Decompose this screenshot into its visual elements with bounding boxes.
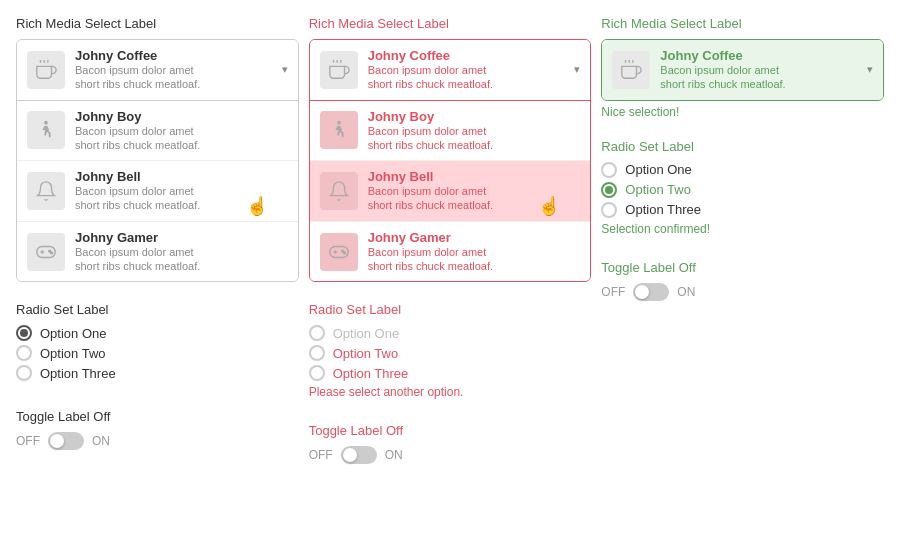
radio-option-default-0[interactable]: Option One (16, 325, 299, 341)
rich-select-option-name-default-2: Johny Gamer (75, 230, 200, 245)
toggle-thumb-error (343, 448, 357, 462)
toggle-on-label-success: ON (677, 285, 695, 299)
rich-select-option-name-default-1: Johny Bell (75, 169, 200, 184)
svg-point-17 (343, 252, 345, 254)
rich-select-trigger-success[interactable]: Johny Coffee Bacon ipsum dolor ametshort… (602, 40, 883, 100)
rich-select-option-desc-error-0: Bacon ipsum dolor ametshort ribs chuck m… (368, 124, 493, 153)
radio-option-default-2[interactable]: Option Three (16, 365, 299, 381)
rich-select-trigger-error[interactable]: Johny Coffee Bacon ipsum dolor ametshort… (310, 40, 591, 101)
rich-select-option-name-default-0: Johny Boy (75, 109, 200, 124)
toggle-row-error: OFF ON (309, 446, 592, 464)
rich-select-option-icon-error-0 (320, 111, 358, 149)
rich-select-option-desc-error-2: Bacon ipsum dolor ametshort ribs chuck m… (368, 245, 493, 274)
radio-option-default-1[interactable]: Option Two (16, 345, 299, 361)
radio-dot-success-0 (601, 162, 617, 178)
rich-select-trigger-desc-error: Bacon ipsum dolor ametshort ribs chuck m… (368, 63, 569, 92)
rich-select-option-icon-default-0 (27, 111, 65, 149)
radio-dot-error-0 (309, 325, 325, 341)
radio-section-error: Radio Set Label Option One Option Two Op… (309, 302, 592, 399)
toggle-on-label-error: ON (385, 448, 403, 462)
radio-label-default: Radio Set Label (16, 302, 299, 317)
radio-text-default-0: Option One (40, 326, 107, 341)
rich-select-trigger-icon-default (27, 51, 65, 89)
rich-select-default[interactable]: Johny Coffee Bacon ipsum dolor ametshort… (16, 39, 299, 282)
toggle-thumb-default (50, 434, 64, 448)
column-default: Rich Media Select Label Johny Coffee Bac… (16, 16, 299, 464)
rich-select-option-default-1[interactable]: Johny Bell Bacon ipsum dolor ametshort r… (17, 161, 298, 222)
rich-select-options-error: Johny Boy Bacon ipsum dolor ametshort ri… (310, 101, 591, 282)
svg-point-16 (341, 250, 343, 252)
radio-dot-default-0 (16, 325, 32, 341)
radio-option-success-0[interactable]: Option One (601, 162, 884, 178)
toggle-on-label-default: ON (92, 434, 110, 448)
radio-dot-default-1 (16, 345, 32, 361)
rich-select-trigger-desc-success: Bacon ipsum dolor ametshort ribs chuck m… (660, 63, 861, 92)
toggle-section-success: Toggle Label Off OFF ON (601, 260, 884, 301)
chevron-down-icon-default: ▾ (282, 63, 288, 76)
radio-error-text-error: Please select another option. (309, 385, 592, 399)
svg-point-8 (51, 252, 53, 254)
radio-label-error: Radio Set Label (309, 302, 592, 317)
radio-option-error-0[interactable]: Option One (309, 325, 592, 341)
rich-select-trigger-default[interactable]: Johny Coffee Bacon ipsum dolor ametshort… (17, 40, 298, 101)
rich-select-helper-success: Nice selection! (601, 105, 884, 119)
rich-select-option-error-0[interactable]: Johny Boy Bacon ipsum dolor ametshort ri… (310, 101, 591, 162)
toggle-track-success[interactable] (633, 283, 669, 301)
rich-select-label-error: Rich Media Select Label (309, 16, 592, 31)
radio-success-text-success: Selection confirmed! (601, 222, 884, 236)
radio-text-success-2: Option Three (625, 202, 701, 217)
radio-text-success-1: Option Two (625, 182, 691, 197)
rich-select-option-desc-default-0: Bacon ipsum dolor ametshort ribs chuck m… (75, 124, 200, 153)
radio-option-error-1[interactable]: Option Two (309, 345, 592, 361)
rich-select-option-default-0[interactable]: Johny Boy Bacon ipsum dolor ametshort ri… (17, 101, 298, 162)
radio-label-success: Radio Set Label (601, 139, 884, 154)
rich-select-option-name-error-0: Johny Boy (368, 109, 493, 124)
radio-text-error-0: Option One (333, 326, 400, 341)
radio-text-default-1: Option Two (40, 346, 106, 361)
radio-dot-error-1 (309, 345, 325, 361)
column-error: Rich Media Select Label Johny Coffee Bac… (309, 16, 592, 464)
toggle-track-error[interactable] (341, 446, 377, 464)
rich-select-trigger-icon-success (612, 51, 650, 89)
rich-select-option-desc-default-2: Bacon ipsum dolor ametshort ribs chuck m… (75, 245, 200, 274)
rich-select-trigger-name-default: Johny Coffee (75, 48, 276, 63)
chevron-down-icon-error: ▾ (574, 63, 580, 76)
radio-text-default-2: Option Three (40, 366, 116, 381)
toggle-track-default[interactable] (48, 432, 84, 450)
rich-select-trigger-desc-default: Bacon ipsum dolor ametshort ribs chuck m… (75, 63, 276, 92)
radio-option-error-2[interactable]: Option Three (309, 365, 592, 381)
cursor-icon: ☝ (246, 195, 268, 217)
rich-select-option-desc-error-1: Bacon ipsum dolor ametshort ribs chuck m… (368, 184, 493, 213)
radio-option-success-1[interactable]: Option Two (601, 182, 884, 198)
radio-text-success-0: Option One (625, 162, 692, 177)
rich-select-option-icon-default-1 (27, 172, 65, 210)
rich-select-error[interactable]: Johny Coffee Bacon ipsum dolor ametshort… (309, 39, 592, 282)
rich-select-label-default: Rich Media Select Label (16, 16, 299, 31)
rich-select-trigger-name-error: Johny Coffee (368, 48, 569, 63)
toggle-row-success: OFF ON (601, 283, 884, 301)
rich-select-option-default-2[interactable]: Johny Gamer Bacon ipsum dolor ametshort … (17, 222, 298, 282)
rich-select-option-icon-default-2 (27, 233, 65, 271)
toggle-off-label-error: OFF (309, 448, 333, 462)
toggle-off-label-success: OFF (601, 285, 625, 299)
column-success: Rich Media Select Label Johny Coffee Bac… (601, 16, 884, 464)
svg-point-7 (49, 250, 51, 252)
rich-select-success[interactable]: Johny Coffee Bacon ipsum dolor ametshort… (601, 39, 884, 101)
rich-select-trigger-icon-error (320, 51, 358, 89)
rich-select-option-error-1[interactable]: Johny Bell Bacon ipsum dolor ametshort r… (310, 161, 591, 222)
rich-select-option-icon-error-2 (320, 233, 358, 271)
cursor-icon: ☝ (538, 195, 560, 217)
radio-dot-success-2 (601, 202, 617, 218)
radio-section-success: Radio Set Label Option One Option Two Op… (601, 139, 884, 236)
svg-point-3 (44, 121, 48, 125)
rich-select-option-name-error-2: Johny Gamer (368, 230, 493, 245)
toggle-section-default: Toggle Label Off OFF ON (16, 409, 299, 450)
radio-dot-default-2 (16, 365, 32, 381)
toggle-label-success: Toggle Label Off (601, 260, 884, 275)
toggle-label-error: Toggle Label Off (309, 423, 592, 438)
toggle-label-default: Toggle Label Off (16, 409, 299, 424)
radio-option-success-2[interactable]: Option Three (601, 202, 884, 218)
toggle-section-error: Toggle Label Off OFF ON (309, 423, 592, 464)
rich-select-options-default: Johny Boy Bacon ipsum dolor ametshort ri… (17, 101, 298, 282)
rich-select-option-error-2[interactable]: Johny Gamer Bacon ipsum dolor ametshort … (310, 222, 591, 282)
